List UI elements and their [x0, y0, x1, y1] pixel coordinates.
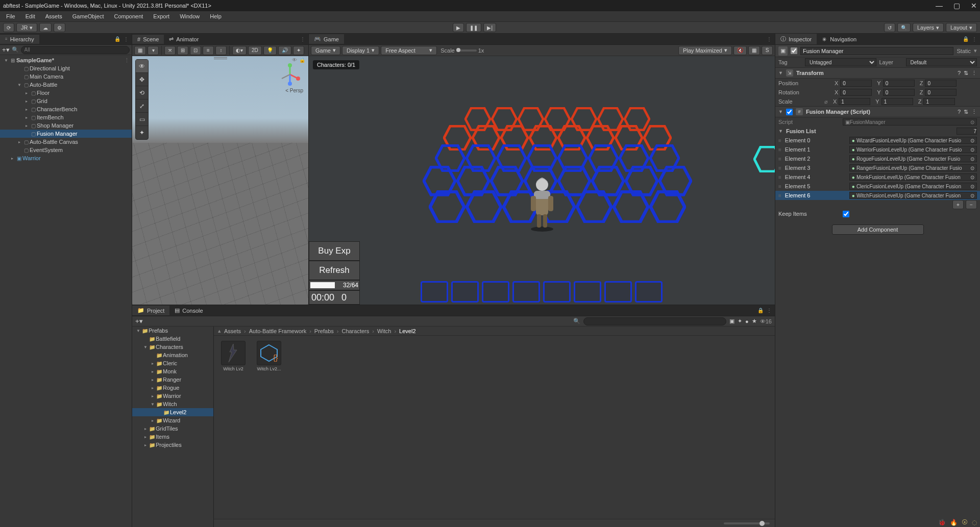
position-x-input[interactable] — [840, 80, 872, 87]
list-element[interactable]: ≡Element 6●WitchFusionLevelUp (Game Char… — [775, 191, 980, 200]
drag-handle-icon[interactable]: ≡ — [778, 193, 782, 198]
list-count-input[interactable] — [957, 128, 977, 135]
scene-fx-icon[interactable]: ✦ — [293, 46, 304, 55]
position-y-input[interactable] — [883, 80, 915, 87]
settings-icon[interactable]: ⚙ — [54, 23, 65, 32]
scene-2d-toggle[interactable]: 2D — [248, 46, 262, 55]
cloud-services-icon[interactable]: ☁ — [39, 23, 52, 32]
tab-game[interactable]: 🎮Game — [309, 34, 344, 44]
scene-menu-icon[interactable]: ⋮ — [124, 57, 130, 64]
menu-assets[interactable]: Assets — [41, 12, 66, 20]
rect-tool-icon[interactable]: ▭ — [136, 113, 148, 126]
debug-icon[interactable]: ⦿ — [962, 519, 968, 526]
hierarchy-item[interactable]: ▢Fusion Manager — [0, 130, 132, 138]
project-add-icon[interactable]: +▾ — [135, 317, 143, 325]
list-add-button[interactable]: + — [952, 200, 964, 209]
inspector-lock-icon[interactable]: 🔒 — [963, 36, 969, 42]
search-icon[interactable]: 🔍 — [897, 23, 911, 32]
game-display-dropdown[interactable]: Display 1▾ — [342, 46, 379, 55]
game-menu-icon[interactable]: ⋮ — [767, 36, 772, 42]
preset-icon[interactable]: ⇅ — [964, 109, 968, 115]
tab-inspector[interactable]: ⓘInspector — [775, 34, 817, 44]
project-folder[interactable]: ▼📁Prefabs — [132, 327, 213, 335]
scene-tool-icon[interactable]: ↕ — [215, 46, 227, 55]
scene-pivot-icon[interactable]: ▦ — [134, 46, 146, 55]
scale-slider[interactable] — [456, 49, 477, 52]
rotate-tool-icon[interactable]: ⟲ — [136, 86, 148, 99]
game-view[interactable]: Characters: 0/1 — [309, 56, 775, 305]
hierarchy-add-icon[interactable]: +▾ — [2, 46, 10, 54]
rotation-z-input[interactable] — [925, 89, 957, 96]
layout-dropdown[interactable]: Layout▾ — [946, 23, 977, 32]
project-lock-icon[interactable]: 🔒 — [757, 308, 764, 313]
object-field[interactable]: ●MonkFusionLevelUp (Game Character Fusio… — [849, 173, 977, 181]
menu-file[interactable]: File — [2, 12, 19, 20]
tab-navigation[interactable]: ⛯Navigation — [817, 35, 862, 44]
project-asset[interactable]: Witch Lv2 — [219, 341, 248, 514]
filter-icon[interactable]: ● — [745, 318, 749, 324]
project-folder[interactable]: ▸📁Rogue — [132, 384, 213, 392]
project-folder[interactable]: ▸📁Wizard — [132, 416, 213, 424]
hand-tool-icon[interactable]: 👁 — [136, 60, 148, 73]
layers-dropdown[interactable]: Layers▾ — [913, 23, 944, 32]
script-field[interactable]: ▣ FusionManager⊙ — [843, 118, 977, 126]
scene-shading-dropdown[interactable]: ▾ — [148, 46, 159, 55]
layer-dropdown[interactable]: Default — [906, 58, 977, 66]
object-field[interactable]: ●WizardFusionLevelUp (Game Character Fus… — [849, 137, 977, 144]
list-element[interactable]: ≡Element 3●RangerFusionLevelUp (Game Cha… — [775, 163, 980, 172]
project-folder[interactable]: ▸📁Cleric — [132, 359, 213, 367]
hierarchy-item[interactable]: ▸▢Auto-Battle Canvas — [0, 138, 132, 146]
hierarchy-item[interactable]: ▢EventSystem — [0, 146, 132, 154]
hierarchy-item[interactable]: ▢Directional Light — [0, 64, 132, 72]
project-folder[interactable]: 📁Battlefield — [132, 335, 213, 343]
link-icon[interactable]: ⌀ — [824, 98, 828, 105]
hierarchy-item[interactable]: ▼▢Auto-Battle — [0, 81, 132, 89]
list-element[interactable]: ≡Element 0●WizardFusionLevelUp (Game Cha… — [775, 136, 980, 145]
scene-view[interactable]: 👁🔒 👁 ✥ ⟲ ⤢ ▭ ✦ — [132, 56, 308, 305]
static-dropdown-icon[interactable]: ▾ — [974, 47, 977, 54]
game-aspect-dropdown[interactable]: Free Aspect▾ — [381, 46, 437, 55]
filter-icon[interactable]: ▣ — [729, 318, 734, 324]
scale-y-input[interactable] — [881, 98, 913, 105]
menu-component[interactable]: Component — [110, 12, 147, 20]
mute-icon[interactable]: 🔇 — [733, 46, 747, 55]
hierarchy-item[interactable]: ▸▢CharacterBench — [0, 105, 132, 113]
window-minimize-icon[interactable]: — — [936, 2, 943, 10]
list-element[interactable]: ≡Element 4●MonkFusionLevelUp (Game Chara… — [775, 172, 980, 182]
hierarchy-item[interactable]: ▢Main Camera — [0, 72, 132, 81]
scene-tool-icon[interactable]: ⊡ — [190, 46, 201, 55]
perspective-label[interactable]: < Persp — [285, 88, 303, 93]
scale-tool-icon[interactable]: ⤢ — [136, 99, 148, 113]
account-dropdown[interactable]: JR ▾ — [16, 23, 37, 32]
thumbnail-size-slider[interactable] — [724, 522, 770, 524]
visibility-icon[interactable]: 👁 — [292, 57, 297, 63]
transform-tool-icon[interactable]: ✦ — [136, 126, 148, 139]
scene-audio-icon[interactable]: 🔊 — [278, 46, 291, 55]
tab-project[interactable]: 📁Project — [132, 306, 169, 315]
filter-icon[interactable]: ★ — [752, 318, 757, 324]
bug-icon[interactable]: 🐞 — [938, 519, 946, 526]
tag-dropdown[interactable]: Untagged — [805, 58, 876, 66]
cloud-icon[interactable]: ⟳ — [3, 23, 14, 32]
drag-handle-icon[interactable]: ≡ — [778, 165, 782, 171]
scene-row[interactable]: ▼ ⊞ SampleGame* ⋮ — [0, 56, 132, 64]
project-folder[interactable]: 📁Level2 — [132, 408, 213, 416]
add-component-button[interactable]: Add Component — [832, 224, 924, 235]
drag-handle-icon[interactable]: ≡ — [778, 174, 782, 180]
project-folder[interactable]: 📁Animation — [132, 351, 213, 359]
scene-light-icon[interactable]: 💡 — [263, 46, 277, 55]
help-icon[interactable]: ? — [958, 70, 961, 76]
playmode-dropdown[interactable]: Play Maximized▾ — [678, 46, 732, 55]
project-folder[interactable]: ▼📁Characters — [132, 343, 213, 351]
pause-button[interactable]: ❚❚ — [466, 23, 481, 32]
project-folder[interactable]: ▸📁GridTiles — [132, 424, 213, 433]
menu-export[interactable]: Export — [149, 12, 174, 20]
project-folder[interactable]: ▼📁Witch — [132, 400, 213, 408]
menu-window[interactable]: Window — [176, 12, 204, 20]
scene-shaded-dropdown[interactable]: ◐▾ — [232, 46, 247, 55]
circle-icon[interactable]: ◌ — [972, 519, 977, 526]
object-field[interactable]: ●WarriorFusionLevelUp (Game Character Fu… — [849, 146, 977, 153]
filter-icon[interactable]: ✦ — [738, 318, 742, 324]
scale-z-input[interactable] — [923, 98, 955, 105]
project-folder[interactable]: ▸📁Warrior — [132, 392, 213, 400]
